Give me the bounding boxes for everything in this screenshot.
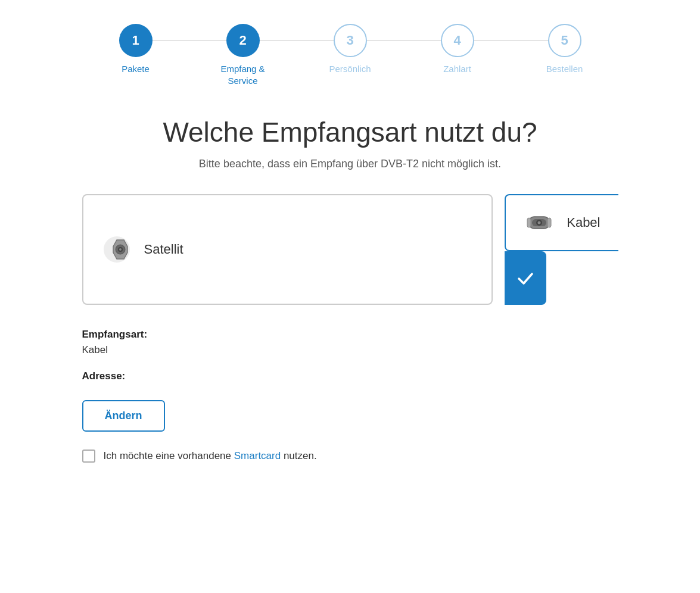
details-section: Empfangsart: Kabel Adresse: xyxy=(82,329,618,382)
adresse-label: Adresse: xyxy=(82,370,618,382)
step-5-label: Bestellen xyxy=(546,63,583,75)
step-2-label: Empfang & Service xyxy=(220,63,265,86)
kabel-check-badge xyxy=(505,251,546,305)
smartcard-checkbox[interactable] xyxy=(82,450,95,463)
kabel-icon xyxy=(524,207,555,238)
step-1-label: Pakete xyxy=(122,63,150,75)
svg-rect-9 xyxy=(527,218,531,227)
smartcard-checkbox-row: Ich möchte eine vorhandene Smartcard nut… xyxy=(82,450,618,463)
reception-option-kabel-wrapper[interactable]: Kabel xyxy=(505,194,618,305)
step-2[interactable]: 2 Empfang & Service xyxy=(189,24,297,86)
step-1-circle: 1 xyxy=(119,24,153,57)
svg-point-4 xyxy=(119,248,122,251)
satellite-icon xyxy=(101,234,132,265)
step-5[interactable]: 5 Bestellen xyxy=(511,24,618,75)
empfangsart-label: Empfangsart: xyxy=(82,329,618,341)
svg-rect-10 xyxy=(547,218,551,227)
smartcard-label: Ich möchte eine vorhandene Smartcard nut… xyxy=(104,450,317,462)
smartcard-link[interactable]: Smartcard xyxy=(234,450,281,461)
empfangsart-value: Kabel xyxy=(82,344,618,356)
main-content: Welche Empfangsart nutzt du? Bitte beach… xyxy=(82,116,618,463)
step-3-circle: 3 xyxy=(334,24,367,57)
step-3[interactable]: 3 Persönlich xyxy=(297,24,404,75)
step-4[interactable]: 4 Zahlart xyxy=(404,24,511,75)
step-4-circle: 4 xyxy=(441,24,474,57)
step-2-circle: 2 xyxy=(226,24,260,57)
reception-option-satellit[interactable]: Satellit xyxy=(82,194,493,305)
svg-point-8 xyxy=(538,221,541,224)
page-subtitle: Bitte beachte, dass ein Empfang über DVB… xyxy=(82,158,618,170)
step-1[interactable]: 1 Pakete xyxy=(82,24,189,75)
step-3-label: Persönlich xyxy=(329,63,371,75)
satellit-label: Satellit xyxy=(144,242,183,257)
aendern-button[interactable]: Ändern xyxy=(82,400,165,432)
checkmark-icon xyxy=(516,269,535,288)
page-title: Welche Empfangsart nutzt du? xyxy=(82,116,618,148)
stepper: 1 Pakete 2 Empfang & Service 3 Persönlic… xyxy=(82,24,618,86)
step-4-label: Zahlart xyxy=(443,63,471,75)
reception-options: Satellit Kabel xyxy=(82,194,618,305)
step-5-circle: 5 xyxy=(548,24,581,57)
kabel-label: Kabel xyxy=(567,215,600,230)
reception-option-kabel[interactable]: Kabel xyxy=(505,194,618,251)
